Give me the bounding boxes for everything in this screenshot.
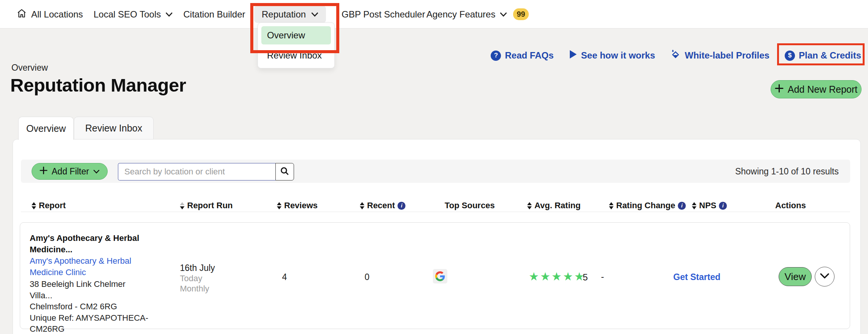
white-label-profiles-link[interactable]: White-label Profiles <box>670 49 769 62</box>
report-run-frequency: Monthly <box>180 284 209 294</box>
reputation-dropdown-menu: Overview Review Inbox <box>258 22 335 68</box>
location-details: 38 Beeleigh Link Chelmer Villa... Chelms… <box>30 279 148 334</box>
sort-icon[interactable] <box>180 202 184 209</box>
nps-get-started-link[interactable]: Get Started <box>673 272 720 282</box>
add-filter-button[interactable]: Add Filter <box>32 163 108 180</box>
view-button[interactable]: View <box>779 267 812 286</box>
column-header-recent[interactable]: Recent i <box>360 199 405 212</box>
link-label: Read FAQs <box>505 50 553 61</box>
play-icon <box>569 49 577 62</box>
white-label-icon <box>670 49 681 62</box>
column-header-report-run[interactable]: Report Run <box>180 199 233 212</box>
quick-links-row: ? Read FAQs See how it works White-label… <box>0 49 861 62</box>
column-label: Report Run <box>187 201 233 211</box>
nav-local-seo-tools[interactable]: Local SEO Tools <box>94 0 173 28</box>
report-name: Amy's Apothecary & Herbal Medicine... <box>30 233 144 255</box>
search-button[interactable] <box>275 163 294 180</box>
recent-count: 0 <box>359 272 375 282</box>
sort-icon[interactable] <box>609 202 614 209</box>
nav-label: Local SEO Tools <box>94 9 161 20</box>
reviews-count: 4 <box>276 272 293 282</box>
nav-gbp-post-scheduler[interactable]: GBP Post Scheduler <box>342 0 425 28</box>
results-summary: Showing 1-10 of 10 results <box>735 166 839 177</box>
reputation-manager-page: All Locations Local SEO Tools Citation B… <box>0 0 868 334</box>
column-header-avg-rating[interactable]: Avg. Rating <box>527 199 580 212</box>
google-icon <box>433 269 447 283</box>
column-header-nps[interactable]: NPS i <box>692 199 727 212</box>
add-new-report-button[interactable]: Add New Report <box>771 80 862 98</box>
button-label: Add New Report <box>788 84 857 95</box>
top-navbar: All Locations Local SEO Tools Citation B… <box>0 0 868 28</box>
column-label: Actions <box>775 201 806 211</box>
plus-icon <box>775 84 784 95</box>
search-input[interactable] <box>118 163 275 180</box>
column-label: NPS <box>699 201 716 211</box>
chevron-down-icon <box>500 12 507 17</box>
search-group <box>118 163 294 180</box>
sort-icon[interactable] <box>32 202 36 209</box>
link-label: Plan & Credits <box>799 50 861 61</box>
nav-label: All Locations <box>31 9 83 20</box>
question-icon: ? <box>491 51 501 61</box>
dollar-icon: $ <box>785 51 795 61</box>
sort-icon[interactable] <box>527 202 532 209</box>
column-label: Top Sources <box>445 201 495 211</box>
dropdown-item-review-inbox[interactable]: Review Inbox <box>261 46 331 65</box>
chevron-down-icon <box>311 12 318 17</box>
sort-icon[interactable] <box>277 202 281 209</box>
column-header-rating-change[interactable]: Rating Change i <box>609 199 686 212</box>
dropdown-item-overview[interactable]: Overview <box>261 26 331 44</box>
link-label: White-label Profiles <box>685 50 769 61</box>
nav-label: Agency Features <box>426 9 495 20</box>
column-header-actions: Actions <box>775 199 806 212</box>
rating-change-value: - <box>594 271 611 282</box>
column-label: Reviews <box>284 201 318 211</box>
read-faqs-link[interactable]: ? Read FAQs <box>491 50 553 61</box>
column-header-report[interactable]: Report <box>32 199 66 212</box>
column-label: Avg. Rating <box>534 201 580 211</box>
nav-reputation[interactable]: Reputation <box>254 6 326 23</box>
star-rating: ★★★★★ <box>529 270 585 283</box>
nav-citation-builder[interactable]: Citation Builder <box>183 0 245 28</box>
page-title: Reputation Manager <box>10 74 186 96</box>
column-header-reviews[interactable]: Reviews <box>277 199 318 212</box>
sort-icon[interactable] <box>692 202 696 209</box>
column-header-top-sources: Top Sources <box>445 199 495 212</box>
avg-rating-value: 5 <box>583 272 588 283</box>
button-label: Add Filter <box>52 166 89 177</box>
plan-credits-link[interactable]: $ Plan & Credits <box>785 50 861 61</box>
nav-all-locations[interactable]: All Locations <box>17 0 83 28</box>
home-icon <box>17 8 27 21</box>
report-run-relative: Today <box>180 274 202 283</box>
column-label: Recent <box>367 201 395 211</box>
nav-label: Reputation <box>262 9 306 20</box>
chevron-down-icon <box>165 12 173 17</box>
column-label: Rating Change <box>616 201 675 211</box>
info-icon[interactable]: i <box>719 202 727 210</box>
chevron-down-icon <box>93 169 100 174</box>
nav-label: Citation Builder <box>183 9 245 20</box>
nav-agency-features[interactable]: Agency Features 99 <box>426 0 529 28</box>
report-run-date: 16th July <box>180 263 215 273</box>
chevron-down-icon <box>820 273 829 280</box>
sort-icon[interactable] <box>360 202 364 209</box>
credits-badge: 99 <box>513 8 528 20</box>
breadcrumb: Overview <box>11 63 48 73</box>
nav-label: GBP Post Scheduler <box>342 9 425 20</box>
row-actions-dropdown-button[interactable] <box>815 267 835 287</box>
column-label: Report <box>39 201 66 211</box>
header-divider <box>21 212 850 212</box>
tab-review-inbox[interactable]: Review Inbox <box>74 117 154 139</box>
link-label: See how it works <box>581 50 655 61</box>
search-icon <box>280 166 289 177</box>
info-icon[interactable]: i <box>397 202 405 210</box>
location-link[interactable]: Amy's Apothecary & Herbal Medicine Clini… <box>30 255 155 278</box>
tab-overview[interactable]: Overview <box>18 117 74 140</box>
plus-icon <box>40 166 48 177</box>
see-how-it-works-link[interactable]: See how it works <box>569 49 655 62</box>
info-icon[interactable]: i <box>678 202 686 210</box>
